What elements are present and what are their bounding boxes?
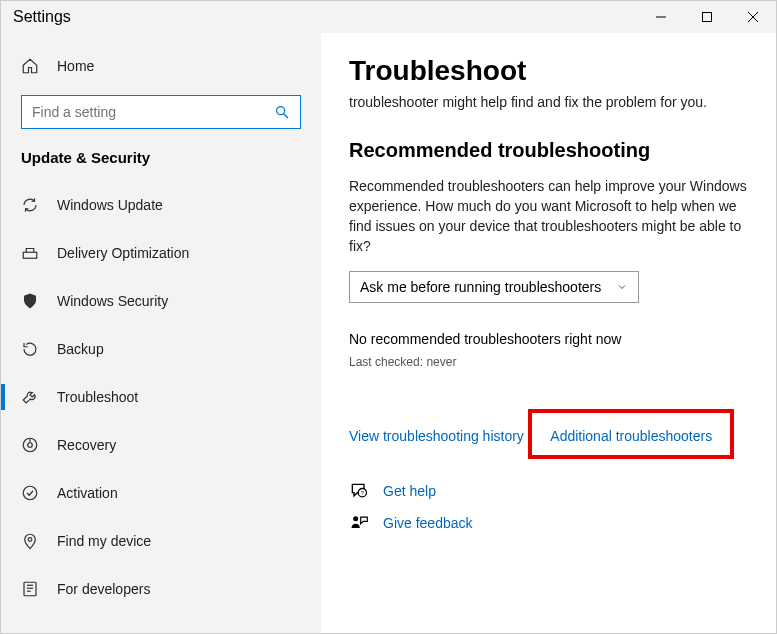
title-bar: Settings [1, 1, 776, 33]
give-feedback-label: Give feedback [383, 515, 473, 531]
sidebar-item-label: Activation [57, 485, 118, 501]
developer-icon [21, 580, 39, 598]
delivery-icon [21, 244, 39, 262]
additional-troubleshooters-link[interactable]: Additional troubleshooters [550, 428, 712, 444]
sidebar-item-label: Troubleshoot [57, 389, 138, 405]
sidebar-item-backup[interactable]: Backup [1, 328, 321, 370]
sidebar-item-windows-security[interactable]: Windows Security [1, 280, 321, 322]
svg-rect-6 [23, 252, 37, 258]
sidebar-item-label: For developers [57, 581, 150, 597]
help-icon: ? [349, 481, 369, 501]
recovery-icon [21, 436, 39, 454]
backup-icon [21, 340, 39, 358]
sidebar-item-label: Windows Security [57, 293, 168, 309]
section-heading: Recommended troubleshooting [349, 139, 748, 162]
window-controls [638, 1, 776, 33]
svg-rect-12 [24, 582, 36, 596]
status-text: No recommended troubleshooters right now [349, 331, 748, 347]
sync-icon [21, 196, 39, 214]
home-icon [21, 57, 39, 75]
section-body: Recommended troubleshooters can help imp… [349, 176, 748, 257]
search-input[interactable] [32, 104, 274, 120]
sidebar-item-label: Windows Update [57, 197, 163, 213]
svg-line-5 [284, 114, 288, 118]
sidebar-item-recovery[interactable]: Recovery [1, 424, 321, 466]
svg-point-8 [28, 443, 33, 448]
get-help-link[interactable]: ? Get help [349, 481, 748, 501]
dropdown-value: Ask me before running troubleshooters [360, 279, 601, 295]
svg-point-10 [23, 486, 37, 500]
lead-text: troubleshooter might help find and fix t… [349, 93, 748, 113]
last-checked-text: Last checked: never [349, 355, 748, 369]
history-link[interactable]: View troubleshooting history [349, 428, 524, 444]
sidebar-item-troubleshoot[interactable]: Troubleshoot [1, 376, 321, 418]
location-icon [21, 532, 39, 550]
page-title: Troubleshoot [349, 55, 748, 87]
shield-icon [21, 292, 39, 310]
svg-point-11 [28, 538, 32, 542]
get-help-label: Get help [383, 483, 436, 499]
minimize-button[interactable] [638, 1, 684, 33]
svg-point-4 [277, 107, 285, 115]
close-button[interactable] [730, 1, 776, 33]
sidebar: Home Update & Security Windows Update De… [1, 33, 321, 633]
category-header: Update & Security [1, 143, 321, 178]
svg-rect-1 [703, 13, 712, 22]
content-pane: Troubleshoot troubleshooter might help f… [321, 33, 776, 633]
troubleshoot-preference-dropdown[interactable]: Ask me before running troubleshooters [349, 271, 639, 303]
home-nav[interactable]: Home [1, 45, 321, 87]
footer-links: ? Get help Give feedback [349, 481, 748, 533]
sidebar-item-activation[interactable]: Activation [1, 472, 321, 514]
feedback-icon [349, 513, 369, 533]
give-feedback-link[interactable]: Give feedback [349, 513, 748, 533]
wrench-icon [21, 388, 39, 406]
sidebar-item-for-developers[interactable]: For developers [1, 568, 321, 610]
sidebar-item-label: Backup [57, 341, 104, 357]
activation-icon [21, 484, 39, 502]
sidebar-item-label: Recovery [57, 437, 116, 453]
search-box[interactable] [21, 95, 301, 129]
svg-point-18 [353, 516, 358, 521]
nav-list: Windows Update Delivery Optimization Win… [1, 178, 321, 610]
sidebar-item-windows-update[interactable]: Windows Update [1, 184, 321, 226]
home-label: Home [57, 58, 94, 74]
highlight-annotation: Additional troubleshooters [528, 409, 734, 459]
sidebar-item-label: Find my device [57, 533, 151, 549]
sidebar-item-label: Delivery Optimization [57, 245, 189, 261]
sidebar-item-find-my-device[interactable]: Find my device [1, 520, 321, 562]
window-title: Settings [13, 8, 71, 26]
sidebar-item-delivery-optimization[interactable]: Delivery Optimization [1, 232, 321, 274]
chevron-down-icon [616, 281, 628, 293]
maximize-button[interactable] [684, 1, 730, 33]
search-icon [274, 104, 290, 120]
